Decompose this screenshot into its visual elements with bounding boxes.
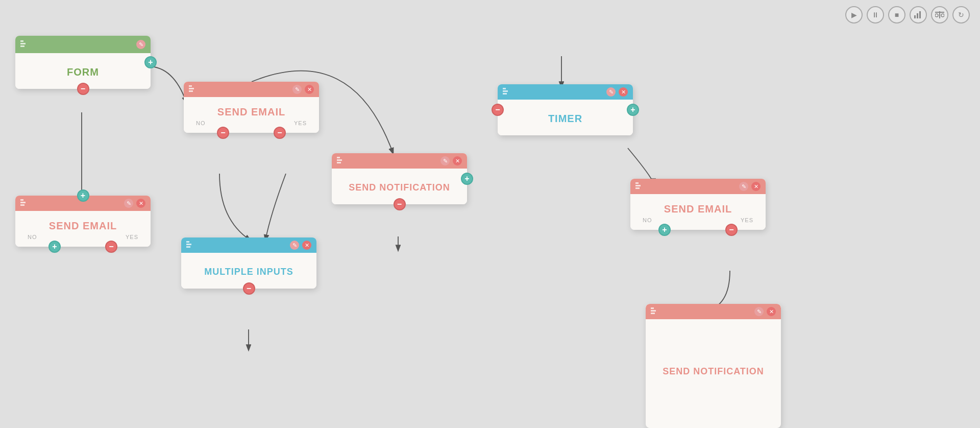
timer-body: TIMER bbox=[498, 100, 633, 135]
svg-rect-17 bbox=[186, 244, 191, 245]
svg-rect-21 bbox=[337, 162, 341, 163]
send-notification-1-icon bbox=[337, 157, 345, 165]
timer-right-plus[interactable]: + bbox=[627, 104, 639, 116]
send-email-1-yes-connector[interactable]: − bbox=[274, 127, 286, 139]
send-email-3-edit-button[interactable]: ✎ bbox=[739, 182, 748, 191]
form-node-output-minus[interactable]: − bbox=[77, 83, 89, 95]
balance-button[interactable] bbox=[931, 6, 948, 23]
send-email-2-title: SEND EMAIL bbox=[49, 220, 117, 232]
send-notification-1-right-plus[interactable]: + bbox=[461, 173, 473, 185]
timer-left-minus[interactable]: − bbox=[492, 104, 504, 116]
send-email-3-yes-minus[interactable]: − bbox=[725, 224, 738, 236]
send-email-1-edit-button[interactable]: ✎ bbox=[292, 85, 302, 94]
svg-point-6 bbox=[941, 14, 944, 17]
send-email-2-icon bbox=[20, 199, 29, 208]
form-node: ✎ FORM − + bbox=[15, 36, 151, 89]
send-email-1-icon bbox=[189, 85, 197, 94]
play-button[interactable]: ▶ bbox=[845, 6, 863, 23]
send-notification-1-close-button[interactable]: ✕ bbox=[453, 156, 462, 165]
svg-rect-15 bbox=[20, 204, 24, 206]
timer-icon bbox=[503, 88, 511, 97]
svg-rect-18 bbox=[186, 246, 190, 248]
timer-close-button[interactable]: ✕ bbox=[619, 87, 628, 97]
form-node-title: FORM bbox=[67, 66, 99, 78]
timer-edit-button[interactable]: ✎ bbox=[606, 87, 616, 97]
multiple-inputs-node: ✎ ✕ MULTIPLE INPUTS − bbox=[181, 237, 316, 289]
stop-button[interactable]: ■ bbox=[888, 6, 905, 23]
send-email-3-no-label: NO bbox=[643, 217, 652, 223]
multiple-inputs-icon bbox=[186, 241, 194, 250]
svg-rect-26 bbox=[635, 185, 641, 186]
send-notification-2-edit-button[interactable]: ✎ bbox=[754, 307, 764, 316]
svg-rect-27 bbox=[635, 187, 640, 189]
svg-rect-9 bbox=[20, 45, 24, 47]
send-email-2-no-label: NO bbox=[28, 234, 37, 240]
send-email-3-no-plus[interactable]: + bbox=[658, 224, 671, 236]
send-email-3-yes-label: YES bbox=[741, 217, 753, 223]
svg-rect-10 bbox=[189, 85, 192, 87]
send-email-3-icon bbox=[635, 182, 644, 191]
send-email-1-close-button[interactable]: ✕ bbox=[305, 85, 314, 94]
send-email-1-outputs: NO YES bbox=[190, 118, 313, 126]
send-email-2-no-plus[interactable]: + bbox=[48, 241, 61, 253]
send-email-2-close-button[interactable]: ✕ bbox=[136, 199, 145, 208]
send-email-2-body: SEND EMAIL NO YES bbox=[15, 211, 151, 247]
timer-title: TIMER bbox=[548, 113, 582, 125]
multiple-inputs-edit-button[interactable]: ✎ bbox=[290, 241, 299, 250]
svg-rect-16 bbox=[186, 241, 189, 243]
send-email-node-2: ✎ ✕ SEND EMAIL NO YES + − + bbox=[15, 196, 151, 247]
send-notification-2-icon bbox=[651, 307, 659, 316]
svg-rect-25 bbox=[635, 182, 639, 184]
send-email-2-yes-minus[interactable]: − bbox=[105, 241, 117, 253]
form-node-output-plus[interactable]: + bbox=[144, 56, 157, 68]
svg-rect-24 bbox=[503, 93, 507, 94]
send-notification-2-header: ✎ ✕ bbox=[646, 304, 781, 319]
send-email-2-edit-button[interactable]: ✎ bbox=[124, 199, 133, 208]
svg-rect-29 bbox=[651, 310, 656, 312]
send-notification-1-bottom-minus[interactable]: − bbox=[394, 198, 406, 210]
timer-header: ✎ ✕ bbox=[498, 84, 633, 100]
send-email-1-body: SEND EMAIL NO YES bbox=[184, 97, 319, 133]
multiple-inputs-close-button[interactable]: ✕ bbox=[302, 241, 311, 250]
send-email-2-outputs: NO YES bbox=[21, 232, 144, 240]
send-email-node-3: ✎ ✕ SEND EMAIL NO YES + − bbox=[630, 179, 766, 230]
send-notification-1-title: SEND NOTIFICATION bbox=[349, 182, 450, 193]
send-notification-1-edit-button[interactable]: ✎ bbox=[440, 156, 450, 165]
send-email-node-1: ✎ ✕ SEND EMAIL NO YES − − bbox=[184, 82, 319, 133]
send-notification-2-close-button[interactable]: ✕ bbox=[767, 307, 776, 316]
svg-rect-11 bbox=[189, 88, 194, 89]
send-email-3-title: SEND EMAIL bbox=[664, 203, 732, 215]
svg-point-5 bbox=[935, 14, 938, 17]
form-node-edit-button[interactable]: ✎ bbox=[136, 40, 145, 49]
stats-button[interactable] bbox=[910, 6, 927, 23]
svg-rect-20 bbox=[337, 159, 342, 161]
form-node-header: ✎ bbox=[15, 36, 151, 53]
send-email-3-outputs: NO YES bbox=[636, 215, 760, 223]
svg-rect-22 bbox=[503, 88, 506, 89]
multiple-inputs-title: MULTIPLE INPUTS bbox=[204, 267, 293, 277]
toolbar: ▶ ⏸ ■ ↻ bbox=[845, 6, 970, 23]
svg-rect-30 bbox=[651, 313, 655, 314]
multiple-inputs-bottom-minus[interactable]: − bbox=[243, 282, 255, 295]
svg-rect-14 bbox=[20, 202, 26, 203]
svg-rect-23 bbox=[503, 90, 508, 92]
multiple-inputs-header: ✎ ✕ bbox=[181, 237, 316, 253]
send-notification-node-1: ✎ ✕ SEND NOTIFICATION + − bbox=[332, 153, 467, 204]
pause-button[interactable]: ⏸ bbox=[867, 6, 884, 23]
svg-rect-28 bbox=[651, 307, 654, 309]
svg-rect-1 bbox=[917, 13, 918, 18]
send-email-2-top-plus[interactable]: + bbox=[77, 189, 89, 202]
workflow-canvas: ▶ ⏸ ■ ↻ bbox=[0, 0, 980, 428]
send-email-1-header: ✎ ✕ bbox=[184, 82, 319, 97]
refresh-button[interactable]: ↻ bbox=[952, 6, 970, 23]
svg-rect-19 bbox=[337, 157, 340, 158]
svg-rect-12 bbox=[189, 90, 193, 92]
send-email-3-header: ✎ ✕ bbox=[630, 179, 766, 194]
send-email-3-close-button[interactable]: ✕ bbox=[751, 182, 761, 191]
svg-rect-7 bbox=[20, 40, 23, 42]
send-notification-node-2: ✎ ✕ SEND NOTIFICATION bbox=[646, 304, 781, 428]
timer-node: ✎ ✕ TIMER − + bbox=[498, 84, 633, 135]
send-notification-2-body: SEND NOTIFICATION bbox=[646, 319, 781, 421]
send-email-1-no-connector[interactable]: − bbox=[217, 127, 229, 139]
send-notification-2-title: SEND NOTIFICATION bbox=[663, 366, 764, 377]
